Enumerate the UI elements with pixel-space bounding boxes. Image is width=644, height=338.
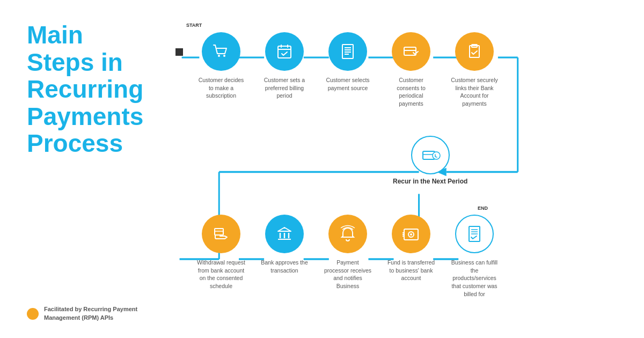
recur-node: Recur in the Next Period — [393, 136, 467, 185]
step-1-label: Customer decides to make a subscription — [197, 76, 245, 100]
svg-point-18 — [218, 55, 220, 57]
diagram-panel: START Customer decides to make a subscri… — [166, 0, 644, 338]
step-1-node: Customer decides to make a subscription — [197, 32, 245, 100]
start-dot — [175, 48, 183, 56]
step-10-node: Business can fulfill the products/servic… — [450, 215, 499, 298]
document-check-icon — [465, 224, 484, 244]
step-5-label: Customer securely links their Bank Accou… — [450, 76, 499, 108]
footer-note: Facilitated by Recurring Payment Managem… — [27, 305, 150, 322]
recur-icon — [420, 145, 441, 165]
end-label: END — [478, 205, 488, 211]
step-7-label: Bank approves the transaction — [260, 259, 309, 274]
hand-coins-icon — [211, 224, 231, 244]
step-4-label: Customer consents to periodical payments — [387, 76, 435, 108]
step-6-circle — [202, 215, 240, 253]
orange-dot-icon — [27, 308, 39, 320]
safe-icon — [401, 224, 421, 244]
svg-point-19 — [223, 55, 225, 57]
step-6-label: Withdrawal request from bank account on … — [197, 259, 245, 290]
svg-marker-38 — [278, 227, 291, 231]
recur-label: Recur in the Next Period — [393, 178, 467, 185]
receipt-icon — [338, 42, 357, 61]
calendar-icon — [275, 42, 294, 61]
step-3-node: Customer selects payment source — [324, 32, 372, 92]
step-10-label: Business can fulfill the products/servic… — [450, 259, 499, 298]
step-3-label: Customer selects payment source — [324, 76, 372, 92]
step-8-label: Payment processor receives and notifies … — [324, 259, 372, 290]
step-4-circle — [392, 32, 430, 71]
clipboard-check-icon — [465, 42, 484, 61]
step-9-circle — [392, 215, 430, 253]
page-container: Main Steps in Recurring Payments Process… — [0, 0, 644, 338]
step-9-node: Fund is transferred to business' bank ac… — [387, 215, 435, 282]
left-panel: Main Steps in Recurring Payments Process… — [0, 0, 166, 338]
bank-icon — [275, 224, 294, 244]
step-8-node: Payment processor receives and notifies … — [324, 215, 372, 290]
step-5-node: Customer securely links their Bank Accou… — [450, 32, 499, 108]
step-6-node: Withdrawal request from bank account on … — [197, 215, 245, 290]
cart-icon — [211, 42, 231, 61]
step-10-circle — [455, 215, 494, 253]
note-text: Facilitated by Recurring Payment Managem… — [44, 305, 150, 322]
step-2-label: Customer sets a preferred billing period — [260, 76, 309, 100]
step-7-node: Bank approves the transaction — [260, 215, 309, 274]
start-label: START — [186, 23, 202, 28]
step-3-circle — [328, 32, 367, 71]
step-9-label: Fund is transferred to business' bank ac… — [387, 259, 435, 282]
step-5-circle — [455, 32, 494, 71]
bell-icon — [338, 224, 357, 244]
step-8-circle — [328, 215, 367, 253]
svg-point-35 — [433, 152, 440, 159]
recur-circle — [411, 136, 450, 174]
step-4-node: Customer consents to periodical payments — [387, 32, 435, 108]
step-7-circle — [265, 215, 304, 253]
page-title: Main Steps in Recurring Payments Process — [27, 21, 150, 157]
step-2-circle — [265, 32, 304, 71]
svg-rect-20 — [278, 46, 291, 58]
step-1-circle — [202, 32, 240, 71]
step-2-node: Customer sets a preferred billing period — [260, 32, 309, 100]
svg-point-46 — [410, 233, 412, 236]
svg-rect-36 — [215, 229, 223, 235]
card-check-icon — [401, 42, 421, 61]
